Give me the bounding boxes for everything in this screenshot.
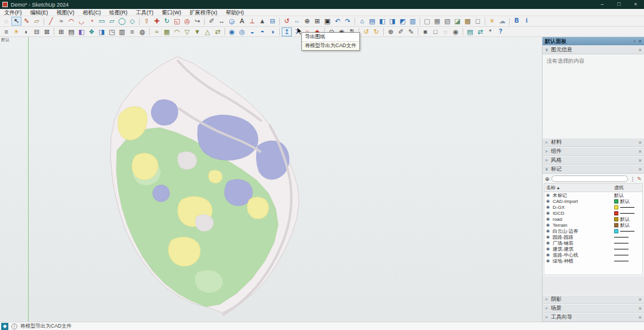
materials-panel-icon[interactable]: ◧	[76, 27, 87, 36]
tag-color-swatch[interactable]	[614, 229, 618, 233]
unhide-icon[interactable]: ◉	[451, 27, 461, 36]
menu-item-5[interactable]: 工具(T)	[132, 9, 158, 16]
section-entity-info-header[interactable]: ∨ 图元信息 ×	[543, 45, 644, 54]
section-instructor-header[interactable]: >工具向导×	[543, 313, 644, 322]
tag-dashes-cell[interactable]: 默认	[614, 198, 640, 205]
terrain-model[interactable]	[0, 37, 542, 322]
tag-row[interactable]: ◉道路-中心线	[544, 252, 642, 258]
visibility-eye-icon[interactable]: ◉	[546, 211, 553, 215]
tag-row[interactable]: ◉CAD-Import默认	[544, 198, 642, 204]
close-icon[interactable]: ×	[639, 47, 642, 53]
rotate-cw-icon[interactable]: ↻	[371, 27, 381, 36]
axes-icon[interactable]: ⊥	[247, 17, 257, 26]
tag-row[interactable]: ◉D-GX	[544, 204, 642, 210]
tag-row[interactable]: ◉road默认	[544, 216, 642, 222]
close-icon[interactable]: ×	[639, 297, 642, 303]
tag-row[interactable]: ◉广场-铺装	[544, 240, 642, 246]
x-ray-icon[interactable]: ▢	[422, 17, 432, 26]
tag-row[interactable]: ◉园路-园路	[544, 234, 642, 240]
column-name-label[interactable]: 名称	[546, 185, 556, 190]
visibility-eye-icon[interactable]: ◉	[546, 193, 553, 198]
freehand-icon[interactable]: ≈	[56, 17, 66, 26]
two-point-arc-icon[interactable]: ◡	[76, 17, 87, 26]
style-edit-icon[interactable]: ≡	[1, 27, 11, 36]
rotated-rectangle-icon[interactable]: ▱	[107, 17, 117, 26]
polygon-icon[interactable]: ◇	[127, 17, 137, 26]
tag-dashes-cell[interactable]	[614, 243, 640, 243]
previous-view-icon[interactable]: ↶	[332, 17, 343, 26]
viewport-3d[interactable]: 默认	[0, 37, 542, 322]
shaded-icon[interactable]: ◪	[452, 17, 463, 26]
panel-close-icon[interactable]: ×	[639, 38, 642, 44]
tag-row[interactable]: ◉白云山-边界	[544, 228, 642, 234]
model-info-icon[interactable]: ◍	[137, 27, 147, 36]
outliner-panel-icon[interactable]: ≡	[127, 27, 137, 36]
intersect-icon[interactable]: ◓	[257, 27, 267, 36]
subtract-icon[interactable]: ◎	[237, 27, 247, 36]
section-components-header[interactable]: >组件×	[543, 147, 644, 156]
iso-view-icon[interactable]: ⌂	[357, 17, 367, 26]
sun-icon[interactable]: ☀	[11, 27, 21, 36]
zoom-extents-icon[interactable]: ▣	[322, 17, 332, 26]
section-shadows-header[interactable]: >阴影×	[543, 295, 644, 304]
top-view-icon[interactable]: ▤	[367, 17, 377, 26]
tag-dashes-cell[interactable]	[614, 255, 640, 255]
menu-item-2[interactable]: 视图(V)	[53, 9, 79, 16]
follow-me-icon[interactable]: ↪	[192, 17, 202, 26]
offset-icon[interactable]: ◎	[182, 17, 192, 26]
text-icon[interactable]: A	[237, 17, 247, 26]
visibility-eye-icon[interactable]: ◉	[546, 246, 553, 251]
panel-restore-icon[interactable]: ▫	[634, 38, 636, 44]
zoom-in-icon[interactable]: ⊕	[302, 17, 312, 26]
push-pull-icon[interactable]: ⇧	[141, 17, 152, 26]
add-detail-icon[interactable]: △	[202, 27, 212, 36]
tag-row[interactable]: ◉IDCD	[544, 210, 642, 216]
hide-icon[interactable]: ◌	[440, 27, 451, 36]
rotate-icon[interactable]: ↻	[162, 17, 172, 26]
close-icon[interactable]: ×	[639, 149, 642, 155]
scenes-panel-icon[interactable]: ▥	[117, 27, 127, 36]
tag-row[interactable]: ◉Terrain默认	[544, 222, 642, 228]
close-icon[interactable]: ×	[639, 140, 642, 146]
protractor-icon[interactable]: ◶	[227, 17, 237, 26]
tag-color-swatch[interactable]	[614, 211, 618, 215]
tag-dashes-cell[interactable]	[614, 211, 640, 215]
tag-dashes-cell[interactable]	[614, 229, 640, 233]
help-icon[interactable]: ?	[495, 27, 506, 36]
rectangle-icon[interactable]: ▭	[97, 17, 107, 26]
from-contours-icon[interactable]: ≈	[152, 27, 162, 36]
right-view-icon[interactable]: ◨	[387, 17, 398, 26]
split-icon[interactable]: ◑	[267, 27, 278, 36]
visibility-eye-icon[interactable]: ◉	[546, 229, 553, 233]
zoom-window-icon[interactable]: ⊞	[312, 17, 322, 26]
tag-dashes-cell[interactable]	[614, 237, 640, 238]
hidden-line-icon[interactable]: ▧	[442, 17, 452, 26]
sync-icon[interactable]: ⇄	[475, 27, 485, 36]
flip-edge-icon[interactable]: ⇄	[212, 27, 223, 36]
3d-text-icon[interactable]: ▲	[257, 17, 267, 26]
grid-icon[interactable]: ⊞	[56, 27, 66, 36]
export-drawing-icon[interactable]: ↥	[282, 27, 292, 36]
section-fill-icon[interactable]: ⊠	[42, 27, 52, 36]
tags-column-headers[interactable]: 名称 ▴ 虚线	[544, 183, 643, 192]
close-icon[interactable]: ×	[639, 166, 642, 172]
menu-item-1[interactable]: 编辑(E)	[26, 9, 53, 16]
settings-icon[interactable]: *	[485, 27, 495, 36]
circle-icon[interactable]: ◯	[117, 17, 127, 26]
fog-toggle-icon[interactable]: ☁	[497, 17, 507, 26]
visibility-eye-icon[interactable]: ◉	[546, 205, 553, 209]
visibility-eye-icon[interactable]: ◉	[546, 252, 553, 257]
from-scratch-icon[interactable]: ▦	[162, 27, 172, 36]
wireframe-icon[interactable]: ▦	[432, 17, 442, 26]
edit-pencil-icon[interactable]: ✎	[637, 176, 642, 182]
move-icon[interactable]: ✚	[152, 17, 162, 26]
section-tags-header[interactable]: ∨ 标记 ×	[543, 165, 644, 174]
visibility-eye-icon[interactable]: ◉	[546, 217, 553, 221]
trim-icon[interactable]: ◒	[247, 27, 257, 36]
close-icon[interactable]: ×	[639, 314, 642, 320]
select-icon[interactable]: ↖	[11, 17, 21, 26]
arc-icon[interactable]: ◠	[66, 17, 76, 26]
tag-color-swatch[interactable]	[614, 199, 618, 203]
unlock-icon[interactable]: □	[430, 27, 440, 36]
orbit-icon[interactable]: ↺	[282, 17, 292, 26]
